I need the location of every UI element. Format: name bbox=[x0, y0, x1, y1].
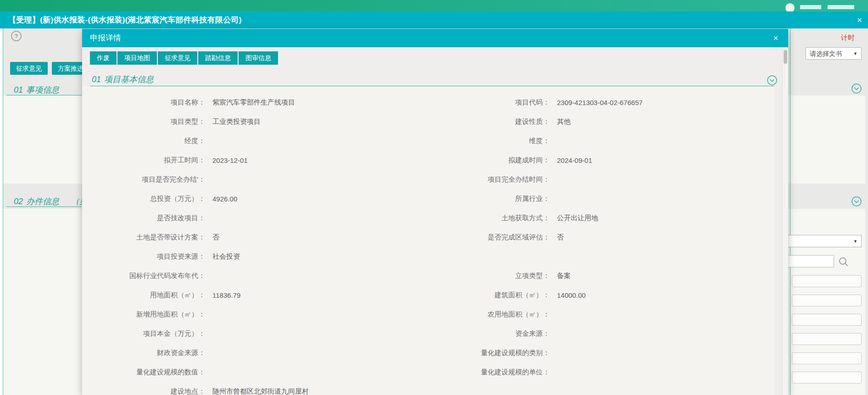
user-menu-clipped-text bbox=[828, 5, 854, 9]
modal-tab-4[interactable]: 踏勘信息 bbox=[198, 51, 238, 65]
solicit-opinions-button[interactable]: 征求意见 bbox=[10, 62, 48, 75]
field-label: 量化建设规模的类别： bbox=[405, 349, 550, 357]
field-label: 建筑面积（㎡）： bbox=[405, 291, 550, 300]
caret-down-icon: ▼ bbox=[853, 48, 857, 60]
timer-label: 计时 bbox=[841, 33, 855, 42]
user-strip bbox=[0, 0, 868, 11]
window-close-icon[interactable]: × bbox=[857, 11, 862, 28]
modal-tab-1[interactable]: 作废 bbox=[90, 51, 117, 65]
field-value: 2024-09-01 bbox=[557, 156, 592, 164]
avatar[interactable] bbox=[785, 3, 795, 12]
field-label: 土地是否带设计方案： bbox=[82, 233, 205, 242]
text-input[interactable] bbox=[792, 275, 862, 287]
text-input[interactable] bbox=[792, 314, 862, 326]
field-label: 是否完成区域评估： bbox=[405, 233, 550, 242]
screen: 【受理】(新)供水报装-(供水报装)(湖北紫宸汽车部件科技有限公司) × ? 征… bbox=[0, 0, 868, 395]
modal-tab-5[interactable]: 图审信息 bbox=[239, 51, 278, 65]
field-label: 用地面积（㎡）： bbox=[82, 291, 205, 300]
case-section-heading: 02办件信息（办 bbox=[14, 196, 88, 207]
field-value: 否 bbox=[212, 233, 405, 242]
field-label: 所属行业： bbox=[405, 195, 550, 203]
field-label: 总投资（万元）： bbox=[82, 195, 205, 203]
matter-section-heading: 01事项信息 bbox=[14, 84, 59, 95]
field-value: 2309-421303-04-02-676657 bbox=[557, 99, 643, 106]
field-label: 建设性质： bbox=[405, 117, 550, 126]
form-row: 土地是否带设计方案：否是否完成区域评估：否 bbox=[82, 228, 775, 247]
form-row: 国标行业代码发布年代：立项类型：备案 bbox=[82, 266, 775, 285]
field-value: 公开出让用地 bbox=[557, 214, 598, 223]
form-row: 财政资金来源：量化建设规模的类别： bbox=[82, 343, 775, 362]
field-value: 4926.00 bbox=[212, 195, 405, 203]
field-label: 项目本金（万元）： bbox=[82, 329, 205, 338]
form-row: 项目名称：紫宸汽车零部件生产线项目项目代码：2309-421303-04-02-… bbox=[82, 93, 775, 112]
field-label: 项目代码： bbox=[405, 98, 550, 107]
field-label: 新增用地面积（㎡）： bbox=[82, 310, 205, 319]
field-label: 财政资金来源： bbox=[82, 349, 205, 357]
project-basic-info-heading: 01项目基本信息 bbox=[92, 74, 154, 85]
form-rows: 项目名称：紫宸汽车零部件生产线项目项目代码：2309-421303-04-02-… bbox=[82, 86, 775, 395]
text-input[interactable] bbox=[792, 333, 862, 345]
form-row: 新增用地面积（㎡）：农用地面积（㎡）： bbox=[82, 305, 775, 324]
modal-tab-3[interactable]: 征求意见 bbox=[158, 51, 197, 65]
modal-tabs: 作废项目地图征求意见踏勘信息图审信息 bbox=[90, 51, 278, 65]
field-label: 农用地面积（㎡）： bbox=[405, 310, 550, 319]
declaration-detail-modal: 申报详情 × 作废项目地图征求意见踏勘信息图审信息 01项目基本信息 项目名称：… bbox=[82, 29, 788, 395]
collapse-chevron-icon[interactable] bbox=[767, 75, 778, 86]
field-label: 项目投资来源： bbox=[82, 252, 205, 261]
field-value: 社会投资 bbox=[212, 252, 405, 261]
field-value: 紫宸汽车零部件生产线项目 bbox=[212, 98, 405, 107]
section-title: 项目基本信息 bbox=[104, 75, 154, 84]
form-row: 项目是否完全办结'：项目完全办结时间： bbox=[82, 170, 775, 189]
form-row: 建设地点：随州市曾都区北郊街道九间屋村 bbox=[82, 382, 775, 395]
modal-header: 申报详情 × bbox=[82, 29, 788, 47]
form-row: 量化建设规模的数值：量化建设规模的单位： bbox=[82, 362, 775, 382]
text-input[interactable] bbox=[792, 352, 862, 364]
help-icon[interactable]: ? bbox=[11, 31, 22, 41]
modal-scrollbar[interactable] bbox=[782, 47, 788, 395]
collapse-chevron-icon[interactable] bbox=[851, 196, 862, 207]
form-row: 总投资（万元）：4926.00所属行业： bbox=[82, 189, 775, 208]
case-heading-underline bbox=[6, 206, 82, 207]
window-title-bar: 【受理】(新)供水报装-(供水报装)(湖北紫宸汽车部件科技有限公司) × bbox=[0, 11, 868, 28]
collapse-chevron-icon[interactable] bbox=[851, 83, 862, 94]
field-label: 土地获取方式： bbox=[405, 214, 550, 223]
modal-close-icon[interactable]: × bbox=[773, 29, 778, 47]
field-value: 其他 bbox=[557, 117, 571, 126]
field-value: 否 bbox=[557, 233, 564, 242]
form-row: 项目本金（万元）：资金来源： bbox=[82, 324, 775, 343]
field-label: 建设地点： bbox=[82, 387, 205, 395]
field-label: 资金来源： bbox=[405, 329, 550, 338]
field-label: 量化建设规模的数值： bbox=[82, 368, 205, 377]
form-row: 项目投资来源：社会投资 bbox=[82, 247, 775, 266]
text-input[interactable] bbox=[792, 372, 862, 384]
field-label: 立项类型： bbox=[405, 272, 550, 280]
modal-title: 申报详情 bbox=[90, 29, 121, 47]
field-label: 项目是否完全办结'： bbox=[82, 175, 205, 184]
field-value: 工业类投资项目 bbox=[212, 117, 405, 126]
matter-heading-underline bbox=[6, 95, 82, 95]
scrollbar-thumb[interactable] bbox=[784, 50, 787, 64]
field-label: 拟开工时间： bbox=[82, 156, 205, 165]
text-input[interactable] bbox=[792, 295, 862, 306]
section-number: 01 bbox=[92, 75, 101, 84]
form-row: 拟开工时间：2023-12-01拟建成时间：2024-09-01 bbox=[82, 150, 775, 170]
form-row: 用地面积（㎡）：11836.79建筑面积（㎡）：14000.00 bbox=[82, 285, 775, 305]
section-title: 办件信息 bbox=[26, 197, 59, 206]
document-select-value: 请选择文书 bbox=[806, 50, 842, 57]
field-label: 拟建成时间： bbox=[405, 156, 550, 165]
field-value: 备案 bbox=[557, 272, 571, 280]
field-value: 2023-12-01 bbox=[212, 156, 405, 164]
field-label: 国标行业代码发布年代： bbox=[82, 272, 205, 280]
section-number: 01 bbox=[14, 85, 23, 95]
field-label: 是否技改项目： bbox=[82, 214, 205, 223]
field-label: 经度： bbox=[82, 137, 205, 145]
field-value: 14000.00 bbox=[557, 291, 586, 299]
search-icon[interactable] bbox=[838, 256, 849, 267]
caret-down-icon: ▼ bbox=[853, 235, 857, 248]
field-value: 随州市曾都区北郊街道九间屋村 bbox=[212, 387, 405, 395]
document-select[interactable]: 请选择文书 ▼ bbox=[806, 47, 862, 60]
form-row: 是否技改项目：土地获取方式：公开出让用地 bbox=[82, 208, 775, 228]
field-label: 维度： bbox=[405, 137, 550, 145]
page-right-border bbox=[790, 28, 790, 395]
modal-tab-2[interactable]: 项目地图 bbox=[117, 51, 157, 65]
